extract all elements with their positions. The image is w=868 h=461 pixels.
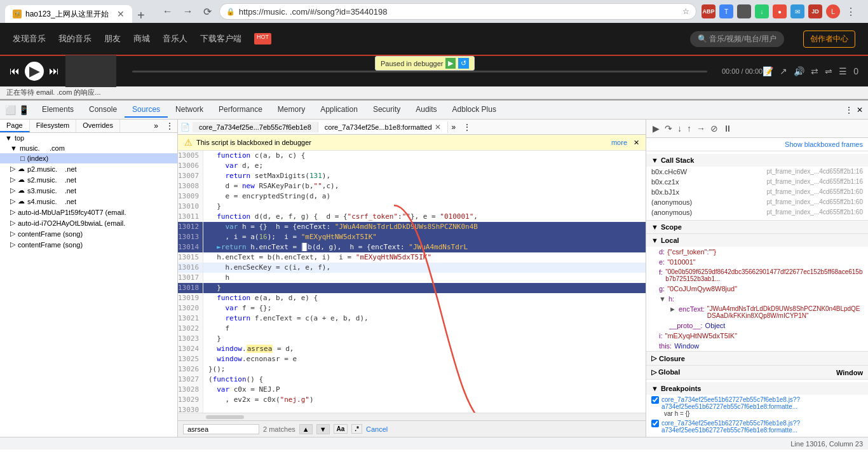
close-devtools[interactable]: ✕ — [857, 106, 863, 114]
call-stack-item-1[interactable]: b0x.cz1x pt_frame_index_...4cd655ff2b1:1… — [646, 177, 868, 187]
global-header[interactable]: ▷ Global Window — [646, 366, 868, 379]
reload-button[interactable]: ⟳ — [201, 4, 214, 19]
sources-tab-page[interactable]: Page — [0, 120, 30, 132]
call-stack-item-0[interactable]: b0x.cHc6W pt_frame_index_...4cd655ff2b1:… — [646, 167, 868, 177]
step-into-button[interactable]: ↓ — [676, 122, 683, 135]
tree-item-autoid2[interactable]: ▷ auto-id-i7O2HAyOtL9bwiaL (email. — [0, 217, 177, 228]
nav-friends[interactable]: 朋友 — [104, 33, 121, 45]
local-scope-header[interactable]: ▼ Local — [646, 234, 868, 247]
repeat-icon[interactable]: ⇌ — [825, 66, 832, 76]
code-tab-1[interactable]: core_7a734ef25e...7eb55c7f6eb1e8 — [193, 122, 318, 132]
creator-center-button[interactable]: 创作者中心 — [803, 31, 855, 48]
settings-icon[interactable]: ⋮ — [845, 106, 853, 114]
forward-button[interactable]: → — [180, 4, 196, 18]
nav-discover[interactable]: 发现音乐 — [13, 33, 46, 45]
code-editor-nav-left[interactable]: 📄 — [178, 123, 193, 132]
code-tab-2-close[interactable]: ✕ — [435, 123, 441, 132]
call-stack-item-2[interactable]: b0x.bJ1x pt_frame_index_...4cd655ff2b1:6… — [646, 187, 868, 197]
nav-shop[interactable]: 商城 — [133, 33, 150, 45]
address-bar[interactable]: 🔒 https://music. .com/#/song?id=35440198… — [219, 3, 696, 20]
ext-2[interactable]: ↓ — [755, 4, 769, 18]
tree-item-top[interactable]: ▼ top — [0, 133, 177, 143]
tree-item-p2[interactable]: ▷ ☁ p2.music. .net — [0, 163, 177, 174]
step-button[interactable]: ↺ — [458, 58, 469, 69]
search-cancel-button[interactable]: Cancel — [366, 425, 388, 433]
bookmark-icon[interactable]: ☆ — [682, 7, 689, 16]
tree-item-s2[interactable]: ▷ ☁ s2.music. .net — [0, 174, 177, 185]
ext-jd[interactable]: JD — [808, 4, 822, 18]
next-match-button[interactable]: ▼ — [316, 424, 330, 434]
play-button[interactable]: ▶ — [25, 62, 44, 81]
ext-avatar[interactable]: L — [826, 4, 840, 18]
inspect-icon[interactable]: ⬜ — [5, 105, 16, 115]
ext-3[interactable]: ● — [773, 4, 787, 18]
tab-memory[interactable]: Memory — [270, 102, 313, 118]
code-tabs-overflow[interactable]: » — [448, 121, 460, 133]
blackbox-close[interactable]: ✕ — [634, 139, 639, 147]
tab-adblock[interactable]: Adblock Plus — [445, 102, 504, 118]
tab-security[interactable]: Security — [365, 102, 408, 118]
tab-application[interactable]: Application — [313, 102, 365, 118]
step-out-button[interactable]: ↑ — [686, 122, 693, 135]
code-editor[interactable]: 13005 function c(a, b, c) { 13006 var d,… — [178, 151, 646, 413]
sources-more[interactable]: » — [150, 120, 162, 132]
tree-item-s4[interactable]: ▷ ☁ s4.music. .net — [0, 196, 177, 207]
search-input[interactable] — [183, 424, 259, 434]
resume-button[interactable]: ▶ — [445, 58, 456, 69]
lyrics-icon[interactable]: 📝 — [763, 66, 773, 76]
tab-network[interactable]: Network — [168, 102, 211, 118]
tree-item-music[interactable]: ▼ music. .com — [0, 143, 177, 153]
step-over-button[interactable]: ↷ — [663, 122, 674, 135]
sources-options[interactable]: ⋮ — [162, 120, 177, 132]
ext-translate[interactable]: T — [719, 4, 733, 18]
expand-h[interactable]: ▼ — [659, 295, 666, 303]
horizontal-scrollbar[interactable] — [178, 413, 646, 420]
resume-execution-button[interactable]: ▶ — [651, 122, 661, 135]
tab-elements[interactable]: Elements — [34, 102, 81, 118]
share-icon[interactable]: ↗ — [780, 66, 787, 76]
tab-performance[interactable]: Performance — [211, 102, 270, 118]
browser-tab-active[interactable]: 🐝 hao123_上网从这里开始 ✕ — [5, 5, 132, 23]
deactivate-breakpoints[interactable]: ⊘ — [709, 122, 719, 135]
nav-mymusic[interactable]: 我的音乐 — [58, 33, 92, 45]
site-search[interactable]: 🔍 音乐/视频/电台/用户 — [690, 31, 784, 47]
shuffle-icon[interactable]: ⇄ — [811, 66, 818, 76]
tab-audits[interactable]: Audits — [408, 102, 444, 118]
playlist-icon[interactable]: ☰ — [839, 66, 847, 76]
nav-artist[interactable]: 音乐人 — [163, 33, 187, 45]
ext-abp[interactable]: ABP — [702, 4, 715, 18]
pause-on-exceptions[interactable]: ⏸ — [722, 122, 733, 135]
tree-item-contentframe2[interactable]: ▷ contentFrame (song) — [0, 239, 177, 250]
scope-header-scope[interactable]: ▼ Scope — [646, 221, 868, 233]
sources-tab-filesystem[interactable]: Filesystem — [30, 120, 77, 132]
nav-download[interactable]: 下载客户端 — [200, 33, 241, 45]
breakpoints-header[interactable]: ▼ Breakpoints — [646, 382, 868, 395]
ext-4[interactable]: ✉ — [790, 4, 804, 18]
tree-item-index[interactable]: □ (index) — [0, 153, 177, 163]
prev-button[interactable]: ⏮ — [10, 65, 20, 77]
scope-item-h[interactable]: ▼ h: — [646, 294, 868, 304]
call-stack-item-4[interactable]: (anonymous) pt_frame_index_...4cd655ff2b… — [646, 207, 868, 217]
device-icon[interactable]: 📱 — [18, 105, 29, 115]
regex-button[interactable]: .* — [351, 424, 362, 434]
code-tab-2[interactable]: core_7a734ef25e...b1e8:formatted ✕ — [318, 121, 448, 133]
scroll-thumb[interactable] — [206, 415, 244, 419]
show-blackboxed-frames[interactable]: Show blackboxed frames — [646, 138, 868, 151]
step-button-2[interactable]: → — [695, 122, 707, 135]
scope-header-callstack[interactable]: ▼ Call Stack — [646, 154, 868, 167]
tree-item-autoid1[interactable]: ▷ auto-id-MbUaP1t59fcy40T7 (email. — [0, 207, 177, 217]
tab-sources[interactable]: Sources — [125, 102, 168, 118]
next-button[interactable]: ⏭ — [49, 65, 59, 77]
more-link[interactable]: more — [611, 139, 627, 146]
bp-checkbox-2[interactable] — [651, 420, 659, 427]
case-sensitive-button[interactable]: Aa — [334, 424, 348, 434]
tree-item-s3[interactable]: ▷ ☁ s3.music. .net — [0, 185, 177, 196]
tab-close-button[interactable]: ✕ — [117, 9, 125, 19]
sources-tab-overrides[interactable]: Overrides — [76, 120, 120, 132]
code-tabs-menu[interactable]: ⋮ — [459, 121, 475, 133]
bp-checkbox-1[interactable] — [651, 396, 659, 404]
prev-match-button[interactable]: ▲ — [299, 424, 313, 434]
menu-button[interactable]: ⋮ — [844, 4, 858, 18]
volume-icon[interactable]: 🔊 — [794, 66, 804, 76]
new-tab-button[interactable]: + — [132, 8, 150, 23]
